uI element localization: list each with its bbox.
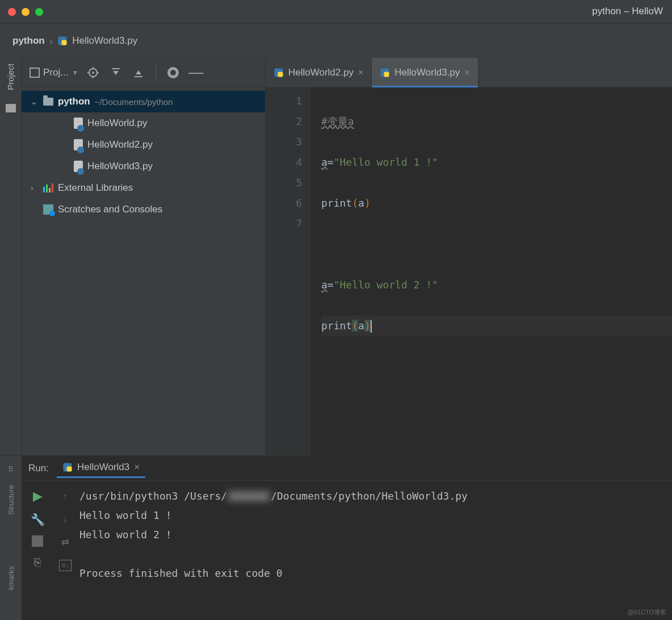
tree-file[interactable]: HelloWorld3.py: [22, 156, 265, 177]
console-line: Hello world 2 !: [79, 525, 670, 544]
editor-tab-label: HelloWorld3.py: [394, 67, 460, 78]
watermark: @51CTO博客: [628, 608, 666, 617]
console-line: Hello world 1 !: [79, 506, 670, 525]
code-paren: ): [364, 320, 371, 332]
collapse-all-icon[interactable]: [131, 65, 146, 81]
structure-rail-icon[interactable]: ⠿: [8, 465, 14, 474]
close-icon[interactable]: ×: [134, 462, 140, 473]
expand-all-icon[interactable]: [108, 65, 124, 81]
svg-rect-8: [112, 68, 120, 69]
tree-file[interactable]: HelloWorld2.py: [22, 134, 265, 156]
hide-icon[interactable]: —: [188, 65, 204, 81]
python-file-icon: [274, 68, 284, 78]
maximize-window-icon[interactable]: [35, 8, 43, 16]
folder-icon: [43, 98, 53, 106]
down-arrow-icon[interactable]: ↓: [63, 514, 68, 525]
bottom-tool-rail: ⠿ Structure kmarks: [0, 456, 22, 620]
code-paren: (: [352, 197, 358, 209]
editor-tab[interactable]: HelloWorld2.py ×: [266, 58, 372, 87]
svg-rect-13: [278, 72, 283, 77]
code-string: "Hello world 1 !": [334, 156, 438, 168]
run-header: Run: HelloWorld3 ×: [22, 456, 672, 481]
svg-point-3: [92, 72, 94, 74]
code-paren: (: [352, 320, 358, 332]
python-file-icon: [74, 118, 83, 129]
caret: [371, 320, 372, 333]
tree-external-libraries[interactable]: › External Libraries: [22, 177, 265, 199]
close-window-icon[interactable]: [8, 8, 16, 16]
line-number: 4: [266, 152, 302, 173]
code-func: print: [321, 320, 352, 332]
settings-icon[interactable]: [165, 65, 181, 81]
code-func: print: [321, 197, 352, 209]
python-file-icon: [74, 161, 83, 172]
tree-external-libraries-label: External Libraries: [58, 182, 133, 194]
tree-file[interactable]: HelloWorld.py: [22, 112, 265, 134]
project-view-icon: [30, 68, 40, 78]
stop-icon[interactable]: [32, 535, 43, 547]
run-icon[interactable]: ▶: [33, 489, 43, 504]
project-sidebar: Proj... ▼ — ⌄ python ~/Documents/python …: [22, 58, 266, 455]
chevron-down-icon: ⌄: [31, 97, 39, 106]
chevron-down-icon: ▼: [72, 69, 78, 77]
close-icon[interactable]: ×: [464, 68, 469, 78]
editor-tabs: HelloWorld2.py × HelloWorld3.py ×: [266, 58, 672, 87]
console-line: /Documents/python/HelloWorld3.py: [271, 490, 468, 502]
code-string: "Hello world 2 !": [334, 279, 438, 291]
tree-root-path: ~/Documents/python: [95, 97, 173, 107]
code-comment: #变量a: [321, 115, 354, 127]
code-op: =: [327, 279, 334, 291]
debug-icon[interactable]: 🔧: [31, 513, 45, 526]
tree-file-label: HelloWorld2.py: [87, 139, 153, 150]
line-number: 5: [266, 173, 302, 193]
line-number: 3: [266, 132, 302, 152]
line-number: 1: [266, 91, 302, 111]
run-toolbar-2: ↑ ↓ ⇄ ≡↓: [53, 481, 77, 620]
gutter: 1 2 3 4 5 6 7: [266, 87, 311, 455]
up-arrow-icon[interactable]: ↑: [63, 491, 68, 502]
editor-pane: HelloWorld2.py × HelloWorld3.py × 1 2 3 …: [266, 58, 672, 455]
code-op: =: [327, 156, 334, 168]
tree-scratches-label: Scratches and Consoles: [58, 204, 162, 215]
line-number: 2: [266, 111, 302, 132]
code-content[interactable]: #变量a a="Hello world 1 !" print(a) a="Hel…: [311, 87, 672, 455]
close-icon[interactable]: ×: [358, 68, 363, 78]
tree-root-name: python: [58, 96, 90, 107]
code-var: a: [358, 320, 364, 332]
project-view-selector[interactable]: Proj... ▼: [30, 67, 78, 78]
soft-wrap-icon[interactable]: ⇄: [61, 537, 69, 548]
project-view-label: Proj...: [43, 67, 68, 78]
run-tab[interactable]: HelloWorld3 ×: [57, 458, 145, 478]
sidebar-toolbar: Proj... ▼ —: [22, 58, 265, 87]
editor-tab-active[interactable]: HelloWorld3.py ×: [372, 58, 478, 87]
tree-root-folder[interactable]: ⌄ python ~/Documents/python: [22, 91, 265, 112]
svg-rect-17: [66, 467, 72, 472]
python-file-icon: [57, 36, 68, 46]
python-file-icon: [74, 139, 83, 150]
run-toolbar: ▶ 🔧 ⎘: [22, 481, 53, 620]
left-tool-rail: Project: [0, 58, 22, 455]
minimize-window-icon[interactable]: [22, 8, 30, 16]
scroll-to-end-icon[interactable]: ≡↓: [59, 560, 71, 571]
python-file-icon: [62, 462, 73, 472]
exit-icon[interactable]: ⎘: [34, 556, 41, 569]
project-tool-tab[interactable]: Project: [3, 58, 18, 96]
code-editor[interactable]: 1 2 3 4 5 6 7 #变量a a="Hello world 1 !" p…: [266, 87, 672, 455]
structure-tool-tab[interactable]: Structure: [7, 485, 15, 515]
code-var: a: [321, 279, 327, 291]
svg-rect-15: [384, 72, 389, 77]
breadcrumb-root[interactable]: python: [12, 35, 45, 47]
tree-scratches[interactable]: Scratches and Consoles: [22, 199, 265, 220]
tree-file-label: HelloWorld3.py: [87, 161, 153, 172]
console-output[interactable]: /usr/bin/python3 /Users/xxxxxx/Documents…: [77, 481, 672, 620]
console-line: Process finished with exit code 0: [79, 564, 670, 583]
breadcrumb-file[interactable]: HelloWorld3.py: [72, 35, 137, 47]
divider: [156, 65, 156, 80]
code-paren: ): [364, 197, 371, 209]
scratches-icon: [43, 204, 53, 215]
svg-marker-10: [136, 70, 141, 74]
bookmarks-tool-tab[interactable]: kmarks: [7, 566, 15, 590]
project-tool-icon[interactable]: [6, 104, 16, 112]
locate-icon[interactable]: [85, 65, 101, 81]
svg-rect-11: [135, 76, 142, 77]
